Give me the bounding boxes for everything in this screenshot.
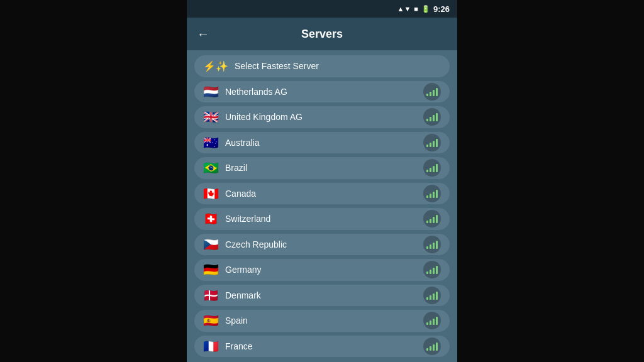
server-name-czech: Czech Republic (225, 239, 287, 250)
server-left-czech: 🇨🇿Czech Republic (203, 238, 287, 251)
server-left-denmark: 🇩🇰Denmark (203, 289, 261, 302)
server-list: ⚡✨Select Fastest Server🇳🇱Netherlands AG🇬… (187, 50, 457, 362)
signal-strength-brazil (423, 159, 441, 177)
clock: 9:26 (433, 4, 450, 14)
server-name-australia: Australia (225, 138, 259, 148)
flag-switzerland: 🇨🇭 (203, 212, 219, 225)
signal-strength-spain (423, 312, 441, 329)
server-item-fastest[interactable]: ⚡✨Select Fastest Server (194, 55, 450, 77)
signal-strength-canada (423, 185, 441, 202)
battery-icon: 🔋 (421, 5, 430, 13)
back-button[interactable]: ← (197, 27, 209, 41)
flag-brazil: 🇧🇷 (203, 162, 219, 174)
server-name-switzerland: Switzerland (225, 214, 270, 224)
flag-germany: 🇩🇪 (203, 263, 219, 276)
header: ← Servers (187, 18, 457, 50)
server-left-fastest: ⚡✨Select Fastest Server (203, 60, 319, 72)
status-bar: ▲▼ ■ 🔋 9:26 (187, 0, 457, 18)
server-name-netherlands: Netherlands AG (225, 87, 287, 97)
server-item-uk[interactable]: 🇬🇧United Kingdom AG (194, 106, 450, 128)
server-item-australia[interactable]: 🇦🇺Australia (194, 132, 450, 154)
server-item-netherlands[interactable]: 🇳🇱Netherlands AG (194, 81, 450, 103)
server-item-denmark[interactable]: 🇩🇰Denmark (194, 285, 450, 307)
server-left-uk: 🇬🇧United Kingdom AG (203, 111, 303, 123)
page-title: Servers (301, 28, 343, 41)
server-left-netherlands: 🇳🇱Netherlands AG (203, 85, 287, 98)
flag-australia: 🇦🇺 (203, 136, 219, 149)
signal-strength-germany (423, 261, 441, 278)
server-name-spain: Spain (225, 315, 248, 326)
flag-canada: 🇨🇦 (203, 187, 219, 200)
server-name-fastest: Select Fastest Server (235, 61, 319, 71)
server-item-spain[interactable]: 🇪🇸Spain (194, 310, 450, 332)
signal-strength-denmark (423, 287, 441, 304)
server-name-canada: Canada (225, 189, 256, 199)
server-left-spain: 🇪🇸Spain (203, 314, 248, 327)
wifi-icon: ▲▼ (397, 5, 411, 13)
server-item-germany[interactable]: 🇩🇪Germany (194, 259, 450, 281)
flag-france: 🇫🇷 (203, 340, 219, 353)
server-left-france: 🇫🇷France (203, 340, 253, 353)
phone-screen: ▲▼ ■ 🔋 9:26 ← Servers ⚡✨Select Fastest S… (187, 0, 457, 362)
server-left-germany: 🇩🇪Germany (203, 263, 262, 276)
flag-uk: 🇬🇧 (203, 111, 219, 123)
server-name-brazil: Brazil (225, 163, 247, 173)
signal-strength-australia (423, 134, 441, 151)
server-item-brazil[interactable]: 🇧🇷Brazil (194, 157, 450, 179)
signal-strength-switzerland (423, 210, 441, 228)
signal-strength-france (423, 337, 441, 355)
server-name-france: France (225, 341, 253, 351)
flag-czech: 🇨🇿 (203, 238, 219, 251)
server-item-canada[interactable]: 🇨🇦Canada (194, 183, 450, 205)
server-item-france[interactable]: 🇫🇷France (194, 336, 450, 358)
signal-strength-uk (423, 108, 441, 126)
server-name-germany: Germany (225, 265, 262, 275)
signal-strength-netherlands (423, 83, 441, 101)
flag-netherlands: 🇳🇱 (203, 85, 219, 98)
server-name-uk: United Kingdom AG (225, 112, 303, 122)
server-left-canada: 🇨🇦Canada (203, 187, 256, 200)
signal-strength-czech (423, 236, 441, 253)
server-left-switzerland: 🇨🇭Switzerland (203, 212, 270, 225)
fastest-server-icon: ⚡✨ (203, 60, 228, 72)
status-icons: ▲▼ ■ 🔋 9:26 (397, 4, 450, 14)
server-left-australia: 🇦🇺Australia (203, 136, 259, 149)
server-left-brazil: 🇧🇷Brazil (203, 162, 247, 174)
server-name-denmark: Denmark (225, 290, 261, 300)
flag-spain: 🇪🇸 (203, 314, 219, 327)
server-item-switzerland[interactable]: 🇨🇭Switzerland (194, 208, 450, 230)
server-item-czech[interactable]: 🇨🇿Czech Republic (194, 234, 450, 256)
signal-icon: ■ (414, 5, 418, 13)
flag-denmark: 🇩🇰 (203, 289, 219, 302)
